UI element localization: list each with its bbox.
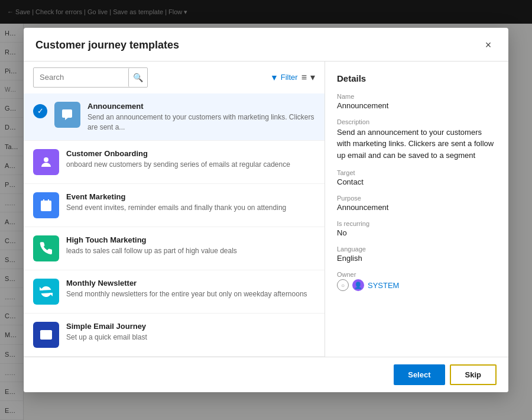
owner-row: Owner ○ 👤 SYSTEM	[337, 271, 497, 291]
announcement-desc: Send an announcement to your customers w…	[87, 112, 315, 133]
onboarding-desc: onboard new customers by sending series …	[66, 160, 315, 170]
name-value: Announcement	[337, 101, 497, 110]
expand-filter-button[interactable]: ▾	[310, 72, 315, 83]
search-filter-row: 🔍 ▼ Filter ≡ ▾	[24, 62, 325, 93]
modal-footer: Select Skip	[24, 357, 508, 392]
search-input[interactable]	[34, 69, 128, 85]
announcement-text: Announcement Send an announcement to you…	[87, 102, 315, 133]
target-label: Target	[337, 169, 497, 176]
modal-title: Customer journey templates	[35, 39, 179, 51]
template-item-onboarding[interactable]: Customer Onboarding onboard new customer…	[24, 141, 325, 184]
event-marketing-desc: Send event invites, reminder emails and …	[66, 203, 315, 213]
template-item-high-touch[interactable]: High Touch Marketing leads to sales call…	[24, 227, 325, 270]
purpose-row: Purpose Announcement	[337, 195, 497, 212]
name-row: Name Announcement	[337, 93, 497, 110]
event-marketing-name: Event Marketing	[66, 192, 315, 201]
modal-body: 🔍 ▼ Filter ≡ ▾ ✓	[24, 62, 508, 357]
list-view-button[interactable]: ≡	[301, 72, 307, 83]
language-row: Language English	[337, 245, 497, 263]
owner-label: Owner	[337, 271, 497, 278]
template-item-announcement[interactable]: ✓ Announcement Send an announcement to y…	[24, 93, 325, 141]
modal-overlay: Customer journey templates × 🔍 ▼ Filter	[0, 0, 532, 420]
selected-check-icon: ✓	[33, 104, 47, 118]
recurring-label: Is recurring	[337, 220, 497, 227]
template-item-event-marketing[interactable]: Event Marketing Send event invites, remi…	[24, 184, 325, 227]
skip-button[interactable]: Skip	[450, 364, 497, 385]
newsletter-text: Monthly Newsletter Send monthly newslett…	[66, 279, 315, 299]
svg-point-0	[44, 157, 48, 162]
simple-email-icon	[33, 322, 59, 348]
onboarding-text: Customer Onboarding onboard new customer…	[66, 149, 315, 170]
target-row: Target Contact	[337, 169, 497, 186]
template-item-newsletter[interactable]: Monthly Newsletter Send monthly newslett…	[24, 270, 325, 314]
recurring-row: Is recurring No	[337, 220, 497, 237]
template-item-simple-email[interactable]: Simple Email Journey Set up a quick emai…	[24, 314, 325, 357]
name-label: Name	[337, 93, 497, 100]
announcement-icon	[54, 102, 80, 128]
high-touch-icon	[33, 235, 59, 261]
close-button[interactable]: ×	[480, 37, 497, 54]
description-value: Send an announcement to your customers w…	[337, 127, 497, 161]
event-marketing-text: Event Marketing Send event invites, remi…	[66, 192, 315, 213]
purpose-label: Purpose	[337, 195, 497, 202]
filter-button[interactable]: ▼ Filter	[270, 73, 298, 82]
newsletter-desc: Send monthly newsletters for the entire …	[66, 289, 315, 299]
filter-icon: ▼	[270, 73, 278, 82]
owner-name: SYSTEM	[368, 281, 399, 290]
announcement-name: Announcement	[87, 102, 315, 111]
template-list-panel: 🔍 ▼ Filter ≡ ▾ ✓	[24, 62, 325, 357]
event-marketing-icon	[33, 192, 59, 218]
onboarding-icon	[33, 149, 59, 175]
search-button[interactable]: 🔍	[128, 68, 147, 87]
language-label: Language	[337, 245, 497, 253]
template-list: ✓ Announcement Send an announcement to y…	[24, 93, 325, 357]
high-touch-desc: leads to sales call follow up as part of…	[66, 246, 315, 256]
modal-header: Customer journey templates ×	[24, 28, 508, 62]
description-label: Description	[337, 118, 497, 125]
simple-email-text: Simple Email Journey Set up a quick emai…	[66, 322, 315, 343]
newsletter-name: Monthly Newsletter	[66, 279, 315, 287]
owner-value-row: ○ 👤 SYSTEM	[337, 279, 497, 291]
recurring-value: No	[337, 228, 497, 237]
svg-rect-1	[41, 201, 51, 211]
filter-label: Filter	[281, 73, 298, 82]
onboarding-name: Customer Onboarding	[66, 149, 315, 158]
simple-email-desc: Set up a quick email blast	[66, 332, 315, 343]
high-touch-text: High Touch Marketing leads to sales call…	[66, 235, 315, 256]
description-row: Description Send an announcement to your…	[337, 118, 497, 161]
customer-journey-templates-modal: Customer journey templates × 🔍 ▼ Filter	[24, 28, 508, 393]
owner-circle-icon: ○	[337, 279, 349, 291]
details-heading: Details	[337, 73, 497, 83]
purpose-value: Announcement	[337, 203, 497, 212]
details-panel: Details Name Announcement Description Se…	[325, 62, 508, 357]
select-button[interactable]: Select	[394, 364, 445, 385]
simple-email-name: Simple Email Journey	[66, 322, 315, 331]
newsletter-icon	[33, 279, 59, 305]
language-value: English	[337, 254, 497, 263]
target-value: Contact	[337, 177, 497, 186]
high-touch-name: High Touch Marketing	[66, 235, 315, 244]
owner-person-icon: 👤	[352, 279, 364, 291]
